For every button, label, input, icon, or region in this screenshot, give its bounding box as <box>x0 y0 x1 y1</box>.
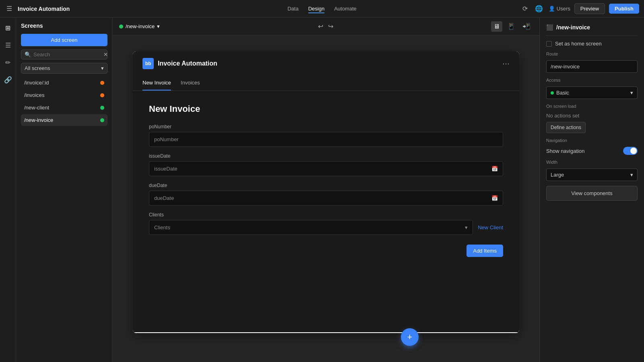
panel-screen-name: /new-invoice <box>556 24 590 31</box>
undo-redo: ↩ ↪ <box>316 21 335 32</box>
access-value: Basic <box>556 90 569 96</box>
screen-status-dot <box>100 93 104 97</box>
po-number-input[interactable]: poNumber <box>149 132 503 147</box>
clients-placeholder: Clients <box>154 224 170 230</box>
navigation-label: Navigation <box>546 138 638 143</box>
navigation-section: Navigation Show navigation <box>546 138 638 155</box>
define-actions-button[interactable]: Define actions <box>546 122 586 133</box>
clients-label: Clients <box>149 212 503 218</box>
sidebar: Screens Add screen 🔍 ✕ All screens ▾ /in… <box>16 18 113 362</box>
tab-automate[interactable]: Automate <box>334 4 357 13</box>
chevron-down-icon: ▾ <box>630 172 633 178</box>
current-screen-dot <box>119 25 123 29</box>
screen-name: /new-invoice <box>24 117 53 123</box>
desktop-view-button[interactable]: 🖥 <box>491 21 502 32</box>
home-screen-label: Set as home screen <box>555 41 602 47</box>
topbar-left: ☰ Invoice Automation <box>5 3 93 14</box>
current-screen-label[interactable]: /new-invoice ▾ <box>119 23 160 29</box>
width-label: Width <box>546 160 638 165</box>
due-date-input[interactable]: dueDate 📅 <box>149 191 503 206</box>
panel-screen-icon: ⬛ <box>546 24 553 31</box>
filter-label: All screens <box>25 65 50 71</box>
tab-data[interactable]: Data <box>287 4 298 13</box>
nav-item-invoices[interactable]: Invoices <box>181 76 200 90</box>
chevron-down-icon: ▾ <box>101 65 104 71</box>
access-select[interactable]: Basic ▾ <box>546 86 638 99</box>
screen-item-invoices[interactable]: /invoices <box>21 89 107 101</box>
search-input[interactable] <box>33 51 101 58</box>
all-screens-dropdown[interactable]: All screens ▾ <box>21 63 107 74</box>
clients-dropdown[interactable]: Clients ▾ <box>149 220 473 235</box>
on-screen-load-section: On screen load No actions set Define act… <box>546 104 638 133</box>
topbar: ☰ Invoice Automation Data Design Automat… <box>0 0 644 18</box>
users-label: Users <box>557 6 570 12</box>
access-section: Access Basic ▾ <box>546 78 638 99</box>
screen-name: /new-client <box>24 105 49 111</box>
hamburger-menu[interactable]: ☰ <box>5 3 14 14</box>
globe-icon[interactable]: 🌐 <box>533 3 545 14</box>
issue-date-label: issueDate <box>149 153 503 159</box>
link-rail-icon[interactable]: 🔗 <box>2 74 14 85</box>
po-number-label: poNumber <box>149 124 503 130</box>
width-select[interactable]: Large ▾ <box>546 169 638 181</box>
due-date-label: dueDate <box>149 183 503 188</box>
screen-name: /invoice/:id <box>24 80 49 86</box>
form-field-po-number: poNumber poNumber <box>149 124 503 147</box>
add-items-button[interactable]: Add Items <box>466 245 503 257</box>
search-clear-icon[interactable]: ✕ <box>103 51 108 58</box>
new-client-button[interactable]: New Client <box>478 224 503 230</box>
users-button[interactable]: 👤 Users <box>549 6 570 12</box>
form-title: New Invoice <box>149 104 503 114</box>
preview-button[interactable]: Preview <box>574 3 605 14</box>
right-panel: ⬛ /new-invoice Set as home screen Route … <box>539 18 644 362</box>
screens-rail-icon[interactable]: ⊞ <box>4 23 12 33</box>
app-content: New Invoice poNumber poNumber issueDate <box>133 91 519 332</box>
screen-item-invoice-id[interactable]: /invoice/:id <box>21 77 107 88</box>
screen-list: /invoice/:id /invoices /new-client /new-… <box>21 77 107 126</box>
app-header-title: Invoice Automation <box>158 60 217 67</box>
header-dots-menu[interactable]: ⋯ <box>502 59 510 68</box>
screen-item-new-client[interactable]: /new-client <box>21 102 107 113</box>
app-header: bb Invoice Automation ⋯ <box>133 51 519 76</box>
undo-button[interactable]: ↩ <box>316 21 325 32</box>
canvas-area: /new-invoice ▾ ↩ ↪ 🖥 📱 📲 <box>113 18 539 362</box>
chevron-down-icon: ▾ <box>465 224 468 230</box>
list-rail-icon[interactable]: ☰ <box>4 40 12 51</box>
history-icon[interactable]: ⟳ <box>521 3 529 14</box>
access-label: Access <box>546 78 638 82</box>
canvas-view-buttons: 🖥 📱 📲 <box>491 21 533 32</box>
route-label: Route <box>546 51 638 56</box>
app-title: Invoice Automation <box>18 6 70 12</box>
no-actions-text: No actions set <box>546 113 638 119</box>
route-input[interactable] <box>546 60 638 73</box>
main-layout: ⊞ ☰ ✏ 🔗 Screens Add screen 🔍 ✕ All scree… <box>0 18 644 362</box>
tab-design[interactable]: Design <box>308 4 324 13</box>
mobile-view-button[interactable]: 📲 <box>520 21 533 32</box>
issue-date-placeholder: issueDate <box>154 166 178 172</box>
publish-button[interactable]: Publish <box>609 4 639 14</box>
topbar-right: ⟳ 🌐 👤 Users Preview Publish <box>551 3 639 14</box>
home-screen-checkbox[interactable] <box>546 41 552 47</box>
show-navigation-toggle[interactable] <box>623 147 638 155</box>
app-nav: New Invoice Invoices <box>133 76 519 91</box>
view-components-button[interactable]: View components <box>546 186 638 201</box>
fab-button[interactable]: + <box>401 328 419 346</box>
clients-row: Clients ▾ New Client <box>149 220 503 235</box>
route-section: Route <box>546 51 638 73</box>
nav-item-new-invoice[interactable]: New Invoice <box>142 76 171 90</box>
topbar-center: Data Design Automate <box>93 4 551 13</box>
home-screen-row: Set as home screen <box>546 41 638 47</box>
screen-item-new-invoice[interactable]: /new-invoice <box>21 114 107 126</box>
search-icon: 🔍 <box>25 51 31 58</box>
calendar-icon[interactable]: 📅 <box>491 166 498 172</box>
add-screen-button[interactable]: Add screen <box>21 34 107 46</box>
screen-status-dot <box>100 81 104 85</box>
calendar-icon-due[interactable]: 📅 <box>491 195 498 201</box>
toggle-thumb <box>630 148 637 154</box>
redo-button[interactable]: ↪ <box>326 21 335 32</box>
edit-rail-icon[interactable]: ✏ <box>4 57 12 68</box>
tablet-view-button[interactable]: 📱 <box>505 21 518 32</box>
issue-date-input[interactable]: issueDate 📅 <box>149 161 503 176</box>
panel-screen-title: ⬛ /new-invoice <box>546 24 638 36</box>
canvas-frame-wrapper: bb Invoice Automation ⋯ New Invoice Invo… <box>113 35 539 362</box>
